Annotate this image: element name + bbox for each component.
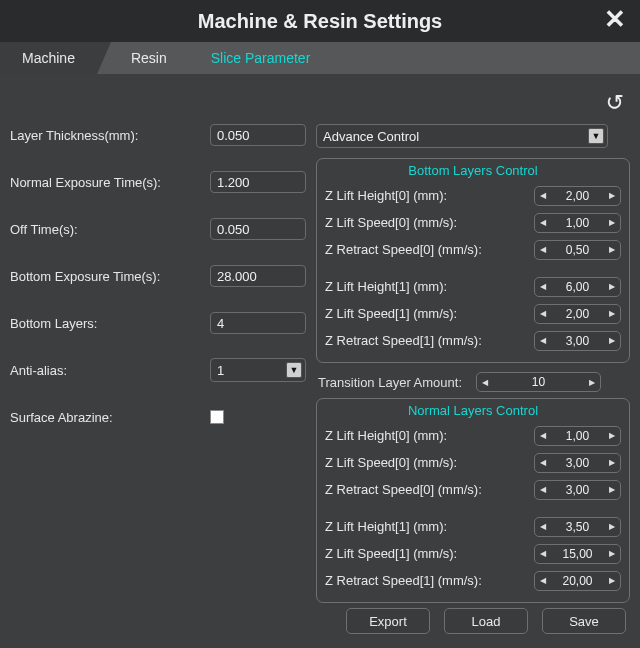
chevron-left-icon[interactable]: ◀ [535,545,551,563]
surface-abrazine-checkbox[interactable] [210,410,224,424]
bottom-layers-input[interactable] [210,312,306,334]
n0-retract-speed-spinner[interactable]: ◀3,00▶ [534,480,621,500]
b1-retract-speed-label: Z Retract Speed[1] (mm/s): [325,333,534,348]
chevron-left-icon[interactable]: ◀ [535,278,551,296]
n1-lift-height-spinner[interactable]: ◀3,50▶ [534,517,621,537]
n1-retract-speed-label: Z Retract Speed[1] (mm/s): [325,573,534,588]
chevron-right-icon[interactable]: ▶ [604,454,620,472]
chevron-right-icon[interactable]: ▶ [604,545,620,563]
chevron-right-icon[interactable]: ▶ [604,214,620,232]
n0-retract-speed-label: Z Retract Speed[0] (mm/s): [325,482,534,497]
chevron-down-icon: ▼ [588,128,604,144]
bottom-exposure-label: Bottom Exposure Time(s): [10,269,210,284]
chevron-right-icon[interactable]: ▶ [604,572,620,590]
off-time-label: Off Time(s): [10,222,210,237]
normal-layers-fieldset: Normal Layers Control Z Lift Height[0] (… [316,398,630,603]
n0-lift-height-spinner[interactable]: ◀1,00▶ [534,426,621,446]
b1-lift-height-label: Z Lift Height[1] (mm): [325,279,534,294]
bottom-exposure-input[interactable] [210,265,306,287]
refresh-icon[interactable]: ↻ [606,90,624,116]
advance-control-combo[interactable]: Advance Control ▼ [316,124,608,148]
chevron-left-icon[interactable]: ◀ [535,241,551,259]
n0-lift-speed-label: Z Lift Speed[0] (mm/s): [325,455,534,470]
chevron-right-icon[interactable]: ▶ [584,373,600,391]
tab-slice-parameter[interactable]: Slice Parameter [189,42,333,74]
n0-lift-speed-spinner[interactable]: ◀3,00▶ [534,453,621,473]
n1-lift-speed-label: Z Lift Speed[1] (mm/s): [325,546,534,561]
chevron-left-icon[interactable]: ◀ [535,305,551,323]
b0-lift-height-label: Z Lift Height[0] (mm): [325,188,534,203]
n0-lift-height-label: Z Lift Height[0] (mm): [325,428,534,443]
chevron-left-icon[interactable]: ◀ [535,481,551,499]
chevron-right-icon[interactable]: ▶ [604,332,620,350]
surface-abrazine-label: Surface Abrazine: [10,410,210,425]
b1-lift-speed-spinner[interactable]: ◀2,00▶ [534,304,621,324]
b1-lift-height-spinner[interactable]: ◀6,00▶ [534,277,621,297]
transition-label: Transition Layer Amount: [318,375,476,390]
chevron-left-icon[interactable]: ◀ [535,427,551,445]
layer-thickness-label: Layer Thickness(mm): [10,128,210,143]
chevron-left-icon[interactable]: ◀ [535,572,551,590]
dialog-title: Machine & Resin Settings [198,10,443,33]
chevron-right-icon[interactable]: ▶ [604,187,620,205]
n1-lift-height-label: Z Lift Height[1] (mm): [325,519,534,534]
off-time-input[interactable] [210,218,306,240]
save-button[interactable]: Save [542,608,626,634]
titlebar: Machine & Resin Settings ✕ [0,0,640,42]
layer-thickness-input[interactable] [210,124,306,146]
chevron-left-icon[interactable]: ◀ [535,332,551,350]
chevron-right-icon[interactable]: ▶ [604,427,620,445]
b0-retract-speed-label: Z Retract Speed[0] (mm/s): [325,242,534,257]
anti-alias-combo[interactable]: 1 ▼ [210,358,306,382]
chevron-left-icon[interactable]: ◀ [535,454,551,472]
tab-machine[interactable]: Machine [0,42,97,74]
bottom-layers-title: Bottom Layers Control [325,163,621,178]
chevron-down-icon: ▼ [286,362,302,378]
chevron-left-icon[interactable]: ◀ [535,214,551,232]
b0-lift-speed-label: Z Lift Speed[0] (mm/s): [325,215,534,230]
chevron-right-icon[interactable]: ▶ [604,518,620,536]
tab-bar: Machine Resin Slice Parameter [0,42,640,74]
normal-exposure-input[interactable] [210,171,306,193]
b1-retract-speed-spinner[interactable]: ◀3,00▶ [534,331,621,351]
b0-lift-speed-spinner[interactable]: ◀1,00▶ [534,213,621,233]
n1-lift-speed-spinner[interactable]: ◀15,00▶ [534,544,621,564]
anti-alias-label: Anti-alias: [10,363,210,378]
bottom-layers-label: Bottom Layers: [10,316,210,331]
advance-control-value: Advance Control [323,129,419,144]
chevron-left-icon[interactable]: ◀ [535,187,551,205]
n1-retract-speed-spinner[interactable]: ◀20,00▶ [534,571,621,591]
export-button[interactable]: Export [346,608,430,634]
b1-lift-speed-label: Z Lift Speed[1] (mm/s): [325,306,534,321]
chevron-right-icon[interactable]: ▶ [604,305,620,323]
chevron-right-icon[interactable]: ▶ [604,278,620,296]
close-icon[interactable]: ✕ [604,6,626,32]
chevron-left-icon[interactable]: ◀ [477,373,493,391]
normal-layers-title: Normal Layers Control [325,403,621,418]
normal-exposure-label: Normal Exposure Time(s): [10,175,210,190]
chevron-left-icon[interactable]: ◀ [535,518,551,536]
bottom-layers-fieldset: Bottom Layers Control Z Lift Height[0] (… [316,158,630,363]
transition-spinner[interactable]: ◀10▶ [476,372,601,392]
b0-lift-height-spinner[interactable]: ◀2,00▶ [534,186,621,206]
chevron-right-icon[interactable]: ▶ [604,241,620,259]
load-button[interactable]: Load [444,608,528,634]
chevron-right-icon[interactable]: ▶ [604,481,620,499]
b0-retract-speed-spinner[interactable]: ◀0,50▶ [534,240,621,260]
tab-resin[interactable]: Resin [97,42,189,74]
anti-alias-value: 1 [217,363,224,378]
